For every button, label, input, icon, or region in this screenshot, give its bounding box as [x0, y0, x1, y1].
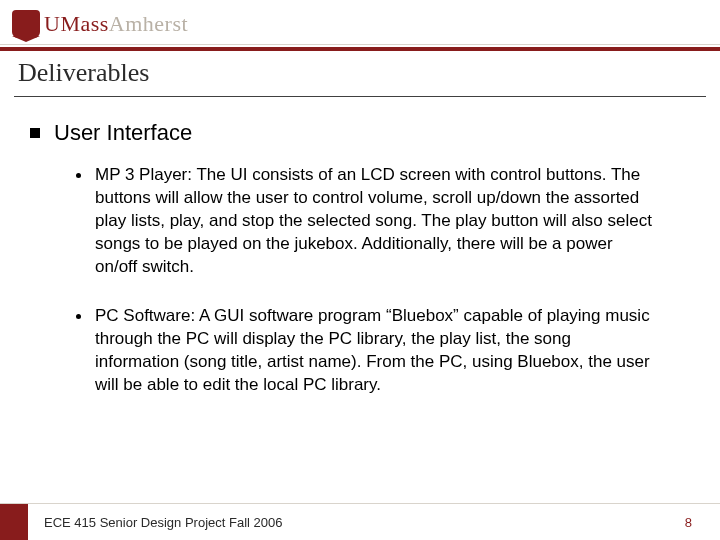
page-number: 8 [685, 515, 692, 530]
section-heading: User Interface [54, 120, 192, 146]
footer-text: ECE 415 Senior Design Project Fall 2006 [44, 515, 282, 530]
logo-mass: Mass [60, 11, 108, 36]
footer-rule [0, 503, 720, 504]
logo-text: UMassAmherst [44, 11, 188, 37]
logo-umass: UMass [44, 11, 109, 36]
header-bar: UMassAmherst [0, 0, 720, 50]
slide-title: Deliverables [18, 58, 702, 88]
logo-u: U [44, 11, 60, 36]
list-item: PC Software: A GUI software program “Blu… [76, 305, 690, 397]
dot-bullet-icon [76, 314, 81, 319]
logo-amherst: Amherst [109, 11, 188, 36]
dot-bullet-icon [76, 173, 81, 178]
title-underline [14, 96, 706, 97]
bullet-text: PC Software: A GUI software program “Blu… [95, 305, 655, 397]
list-item: MP 3 Player: The UI consists of an LCD s… [76, 164, 690, 279]
footer-accent-block [0, 504, 28, 540]
umass-logo: UMassAmherst [12, 8, 188, 40]
section-row: User Interface [30, 120, 690, 146]
slide: UMassAmherst Deliverables User Interface… [0, 0, 720, 540]
header-rule [0, 47, 720, 51]
header-thin-rule [0, 44, 720, 45]
shield-icon [12, 10, 40, 38]
content-area: User Interface MP 3 Player: The UI consi… [30, 120, 690, 422]
bullet-text: MP 3 Player: The UI consists of an LCD s… [95, 164, 655, 279]
square-bullet-icon [30, 128, 40, 138]
